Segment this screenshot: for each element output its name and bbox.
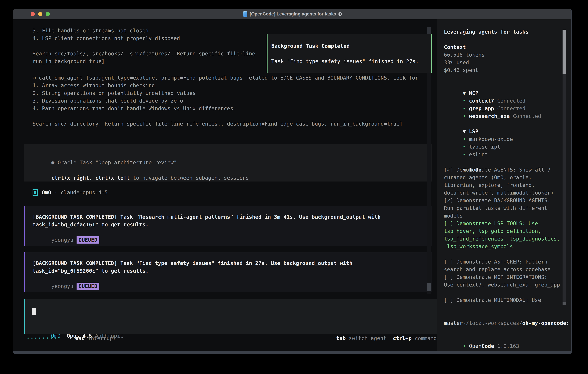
todo-line: lsp_find_references, lsp_diagnostics, <box>444 235 571 242</box>
status-bar: •••••••• esc interrupt tab switch agent … <box>27 334 440 342</box>
todo-line: lsp_workspace_symbols <box>444 242 571 250</box>
todo-line: [ ] Demonstrate MULTIMODAL: Use <box>444 296 571 304</box>
todo-item-active: [ ] Demonstrate LSP TOOLS: Use lsp_hover… <box>444 219 571 250</box>
tool-call-line: 1. Array access without bounds checking <box>32 82 418 89</box>
mcp-name: websearch_exa <box>469 113 510 119</box>
workspace-path: ~/local-workspaces/oh-my-opencode: <box>444 312 571 319</box>
oracle-task-box: ◉ Oracle Task "Deep architecture review"… <box>24 144 432 181</box>
folder-icon <box>243 11 247 17</box>
sidebar-scrollbar-segment[interactable] <box>563 302 566 305</box>
bullet-icon: • <box>463 151 469 157</box>
text-cursor <box>32 308 36 315</box>
message-author: yeongyu <box>51 237 73 243</box>
message-line: [BACKGROUND TASK COMPLETED] Task "Find t… <box>32 259 432 267</box>
shortcut-key: ctrl+x right, <box>51 175 95 181</box>
bullet-icon: • <box>463 113 469 119</box>
lsp-heading: LSP <box>469 128 478 134</box>
main-scrollbar-segment[interactable] <box>427 283 431 291</box>
lsp-section-header[interactable]: ▼ LSP <box>444 120 571 128</box>
bullet-icon: • <box>463 343 469 349</box>
log-line <box>32 42 255 50</box>
todo-line: [✓] Demonstrate BACKGROUND AGENTS: <box>444 197 571 204</box>
conversation-log-top: 3. File handles or streams not closed 4.… <box>32 27 255 65</box>
tab-key-hint: tab <box>336 335 346 341</box>
todo-line: [ ] Demonstrate MCP INTEGRATIONS: <box>444 273 571 281</box>
zoom-window-button[interactable] <box>46 12 50 16</box>
app-window: [OpenCode] Leveraging agents for tasks 3… <box>13 9 572 354</box>
close-window-button[interactable] <box>31 12 35 16</box>
shortcut-hint: to navigate between subagent sessions <box>130 175 249 181</box>
todo-item-pending: [ ] Demonstrate MULTIMODAL: Use <box>444 296 571 304</box>
sidebar-panel: Leveraging agents for tasks Context 66,5… <box>437 19 571 351</box>
log-line: run_in_background=true] <box>32 57 255 65</box>
todo-section-header[interactable]: ▼ Todo <box>444 158 571 166</box>
minimize-window-button[interactable] <box>38 12 42 16</box>
log-line: 4. LSP client connections not properly d… <box>32 34 255 42</box>
mcp-heading: MCP <box>469 90 478 96</box>
titlebar: [OpenCode] Leveraging agents for tasks <box>13 9 572 19</box>
context-tokens: 66,518 tokens <box>444 51 571 59</box>
lsp-name: eslint <box>469 151 488 157</box>
sidebar-scrollbar-track[interactable] <box>563 30 566 305</box>
todo-item-pending: [ ] Demonstrate MCP INTEGRATIONS: Use co… <box>444 273 571 289</box>
context-heading: Context <box>444 43 571 51</box>
todo-item-done: [✓] Demonstrate BACKGROUND AGENTS: Run p… <box>444 197 571 219</box>
mcp-name: context7 <box>469 98 494 104</box>
todo-item-done: [✓] Demonstrate AGENTS: Show all 7 curat… <box>444 166 571 197</box>
toast-body: Task "Find type safety issues" finished … <box>271 57 431 65</box>
toast-spacer <box>271 50 431 57</box>
log-line: 3. File handles or streams not closed <box>32 27 255 34</box>
app-version: • OpenCode 1.0.163 <box>444 334 571 342</box>
message-line: task_id="bg_6f59260c" to get results. <box>32 267 432 275</box>
oracle-bullet-icon: ◉ <box>51 159 54 166</box>
esc-key-hint: esc <box>75 335 85 341</box>
tool-call-block: ⚙ call_omo_agent [subagent_type=explore,… <box>32 74 418 128</box>
bullet-icon: • <box>463 144 469 150</box>
sidebar-scrollbar-thumb[interactable] <box>563 30 566 74</box>
todo-line: Run parallel tasks with different <box>444 204 571 212</box>
todo-line: curated agents (OmO, oracle, <box>444 174 571 181</box>
app-name-b: Code <box>482 343 494 349</box>
agent-square-icon <box>32 189 38 196</box>
message-line: [BACKGROUND TASK COMPLETED] Task "Resear… <box>32 213 432 221</box>
lsp-name: typescript <box>469 144 500 150</box>
toast-title: Background Task Completed <box>271 42 431 50</box>
tool-call-line: 3. Division operations that could divide… <box>32 97 418 104</box>
window-title: [OpenCode] Leveraging agents for tasks <box>250 11 336 17</box>
prompt-input[interactable]: OmOOpus 4.5Anthropic <box>24 299 440 334</box>
bullet-icon: • <box>463 136 469 142</box>
spinner-dots: •••••••• <box>27 336 58 341</box>
context-spent: $0.46 spent <box>444 66 571 74</box>
tool-call-line: ⚙ call_omo_agent [subagent_type=explore,… <box>32 74 418 82</box>
todo-line: [ ] Demonstrate AST-GREP: Pattern <box>444 258 571 266</box>
tool-call-line: 2. String operations on potentially unde… <box>32 89 418 97</box>
todo-line: lsp_hover, lsp_goto_definition, <box>444 227 571 235</box>
agent-name: OmO <box>42 189 51 195</box>
todo-line: [✓] Demonstrate AGENTS: Show all 7 <box>444 166 571 174</box>
status-badge: QUEUED <box>76 236 99 244</box>
tool-call-line: Search src/ directory. Return specific f… <box>32 120 418 128</box>
agent-model: · claude-opus-4-5 <box>51 189 108 196</box>
workspace-repo: oh-my-opencode: <box>522 320 569 326</box>
app-name-a: Open <box>469 343 482 349</box>
todo-line: librarian, explore, frontend, <box>444 181 571 189</box>
agent-header: OmO · claude-opus-4-5 <box>32 189 108 196</box>
context-used: 33% used <box>444 59 571 66</box>
chevron-down-icon: ▼ <box>463 128 469 134</box>
todo-line: Use context7, websearch_exa, grep_app <box>444 281 571 289</box>
lsp-name: markdown-oxide <box>469 136 513 142</box>
background-task-message: [BACKGROUND TASK COMPLETED] Task "Resear… <box>24 206 432 246</box>
chevron-down-icon: ▼ <box>463 90 469 96</box>
log-line: Search src/tools/, src/hooks/, src/featu… <box>32 50 255 57</box>
bullet-icon: • <box>463 98 469 104</box>
mcp-status: Connected <box>494 98 525 104</box>
commands-key-label: commands <box>412 335 440 341</box>
input-model-line: OmOOpus 4.5Anthropic <box>32 324 123 332</box>
tool-call-line <box>32 112 418 120</box>
background-task-message: [BACKGROUND TASK COMPLETED] Task "Find t… <box>24 252 432 292</box>
mcp-section-header[interactable]: ▼ MCP <box>444 82 571 89</box>
status-badge: QUEUED <box>76 283 99 290</box>
todo-line: search and replace across codebase <box>444 266 571 273</box>
shortcut-key: ctrl+x left <box>95 175 130 181</box>
background-task-toast[interactable]: Background Task Completed Task "Find typ… <box>267 34 432 73</box>
